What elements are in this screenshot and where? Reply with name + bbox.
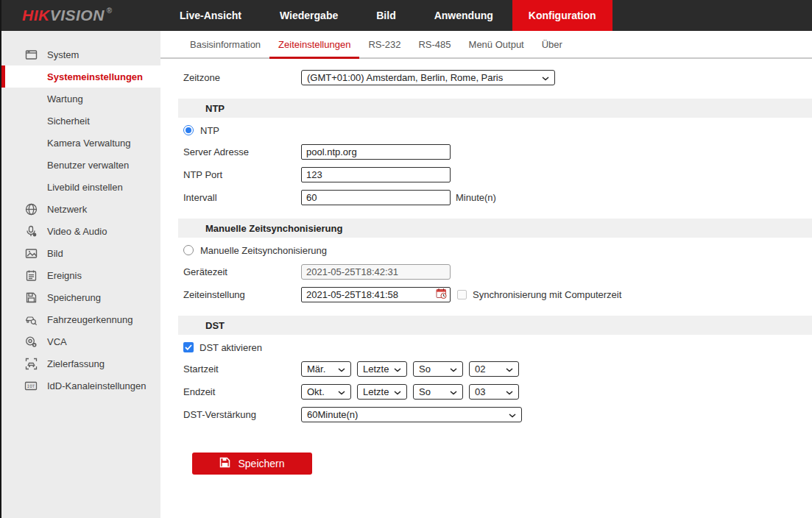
sync-computer-time-checkbox[interactable]: [457, 290, 467, 299]
save-button-label: Speichern: [238, 458, 284, 469]
chevron-down-icon: [450, 363, 457, 375]
sidebar-item-zielerfassung[interactable]: Zielerfassung: [1, 352, 160, 375]
sidebar-item-label: Zielerfassung: [47, 358, 105, 369]
dst-start-week-select[interactable]: Letzte: [357, 361, 407, 377]
sidebar-item-speicherung[interactable]: Speicherung: [1, 286, 160, 308]
tab-rs-485[interactable]: RS-485: [409, 39, 459, 57]
calendar-icon[interactable]: [436, 288, 448, 302]
chevron-down-icon: [394, 363, 401, 375]
nav-anwendung[interactable]: Anwendung: [415, 0, 512, 31]
chevron-down-icon: [338, 386, 345, 397]
chevron-down-icon: [394, 386, 401, 397]
sidebar-item-bild[interactable]: Bild: [1, 242, 160, 264]
dst-start-hour-select[interactable]: 02: [469, 361, 519, 377]
dst-section-header: DST: [178, 316, 812, 335]
interval-label: Intervall: [183, 192, 301, 203]
sidebar-item-label: IdD-Kanaleinstellungen: [47, 380, 146, 391]
dst-start-month-select[interactable]: Mär.: [301, 361, 351, 377]
top-nav-bar: HIKVISION® Live-Ansicht Wiedergabe Bild …: [1, 0, 812, 31]
ntp-port-input[interactable]: [301, 167, 451, 182]
sidebar-item-video-audio[interactable]: Video & Audio: [1, 220, 160, 242]
selected-value: Letzte: [363, 363, 389, 375]
chevron-down-icon: [506, 363, 513, 375]
sidebar-item-benutzer-verwalten[interactable]: Benutzer verwalten: [1, 154, 160, 176]
sidebar-item-livebild-einstellen[interactable]: Livebild einstellen: [1, 176, 160, 198]
sidebar-item-kamera-verwaltung[interactable]: Kamera Verwaltung: [1, 132, 160, 154]
nav-live-ansicht[interactable]: Live-Ansicht: [160, 0, 261, 31]
system-icon: [24, 49, 38, 61]
ntp-section-header: NTP: [178, 99, 812, 118]
sidebar-item-label: System: [47, 49, 79, 60]
sidebar-item-label: Video & Audio: [47, 226, 107, 237]
network-icon: [24, 203, 38, 216]
logo-vision: VISION: [50, 7, 105, 24]
dst-start-label: Startzeit: [183, 363, 301, 375]
sidebar-item-idd-kanaleinstellungen[interactable]: IOT IdD-Kanaleinstellungen: [1, 375, 160, 397]
selected-value: Okt.: [307, 386, 325, 397]
sidebar-item-label: Ereignis: [47, 270, 82, 281]
sidebar-item-label: Bild: [47, 248, 63, 259]
dst-end-month-select[interactable]: Okt.: [301, 384, 351, 400]
server-address-input[interactable]: [301, 144, 451, 160]
sidebar-item-ereignis[interactable]: Ereignis: [1, 264, 160, 286]
dst-end-label: Endzeit: [183, 386, 301, 397]
timezone-selected-value: (GMT+01:00) Amsterdam, Berlin, Rome, Par…: [307, 72, 503, 83]
manual-sync-section-header: Manuelle Zeitsynchonisierung: [178, 219, 812, 238]
dst-offset-select[interactable]: 60Minute(n): [301, 407, 522, 422]
sidebar-item-label: Kamera Verwaltung: [47, 138, 130, 149]
set-time-value: 2021-05-25T18:41:58: [306, 289, 398, 300]
dst-end-hour-select[interactable]: 03: [469, 384, 519, 400]
dst-enable-label: DST aktivieren: [200, 342, 262, 353]
sidebar-item-label: Speicherung: [47, 292, 101, 303]
svg-text:IOT: IOT: [27, 383, 35, 388]
nav-bild[interactable]: Bild: [357, 0, 414, 31]
chevron-down-icon: [542, 72, 549, 83]
selected-value: So: [419, 386, 431, 397]
tab-basisinformation[interactable]: Basisinformation: [181, 39, 269, 57]
ntp-radio[interactable]: [183, 125, 194, 135]
sidebar-item-systemeinstellungen[interactable]: Systemeinstellungen: [1, 65, 160, 88]
sidebar-item-label: Benutzer verwalten: [47, 160, 129, 171]
chevron-down-icon: [509, 409, 516, 420]
storage-icon: [24, 291, 38, 304]
iot-channel-icon: IOT: [24, 380, 38, 392]
dst-end-week-select[interactable]: Letzte: [357, 384, 407, 400]
sidebar-item-vca[interactable]: VCA: [1, 330, 160, 352]
tab-menu-output[interactable]: Menü Output: [460, 39, 533, 57]
sidebar-item-fahrzeugerkennung[interactable]: Fahrzeugerkennung: [1, 308, 160, 330]
sidebar-item-wartung[interactable]: Wartung: [1, 88, 160, 110]
sidebar-item-label: Fahrzeugerkennung: [47, 314, 133, 325]
sidebar-item-label: Sicherheit: [47, 116, 90, 127]
manual-sync-radio[interactable]: [183, 245, 194, 255]
event-icon: [24, 269, 38, 282]
sidebar-item-label: Livebild einstellen: [47, 182, 123, 193]
selected-value: 02: [475, 363, 485, 375]
main-content: Basisinformation Zeiteinstellungen RS-23…: [160, 31, 812, 518]
dst-enable-checkbox[interactable]: [183, 342, 194, 352]
sidebar-item-label: Systemeinstellungen: [47, 71, 143, 82]
sidebar-item-system[interactable]: System: [1, 43, 160, 65]
logo-hik: HIK: [22, 7, 50, 24]
selected-value: So: [419, 363, 431, 375]
ntp-radio-label: NTP: [200, 125, 219, 136]
save-button[interactable]: Speichern: [192, 453, 312, 475]
tab-zeiteinstellungen[interactable]: Zeiteinstellungen: [269, 39, 359, 59]
nav-konfiguration[interactable]: Konfiguration: [512, 0, 612, 31]
set-time-input[interactable]: 2021-05-25T18:41:58: [301, 287, 451, 302]
dst-end-day-select[interactable]: So: [413, 384, 463, 400]
image-icon: [24, 247, 38, 260]
sidebar: System Systemeinstellungen Wartung Siche…: [1, 31, 160, 518]
chevron-down-icon: [338, 363, 345, 375]
nav-wiedergabe[interactable]: Wiedergabe: [261, 0, 357, 31]
sidebar-item-netzwerk[interactable]: Netzwerk: [1, 198, 160, 220]
ntp-port-label: NTP Port: [183, 169, 301, 180]
interval-input[interactable]: [301, 190, 451, 205]
sidebar-item-sicherheit[interactable]: Sicherheit: [1, 110, 160, 132]
top-nav: Live-Ansicht Wiedergabe Bild Anwendung K…: [160, 0, 612, 31]
timezone-select[interactable]: (GMT+01:00) Amsterdam, Berlin, Rome, Par…: [301, 70, 555, 85]
tab-rs-232[interactable]: RS-232: [359, 39, 409, 57]
tab-ueber[interactable]: Über: [533, 39, 571, 57]
selected-value: Letzte: [363, 386, 389, 397]
set-time-label: Zeiteinstellung: [183, 289, 301, 300]
dst-start-day-select[interactable]: So: [413, 361, 463, 377]
